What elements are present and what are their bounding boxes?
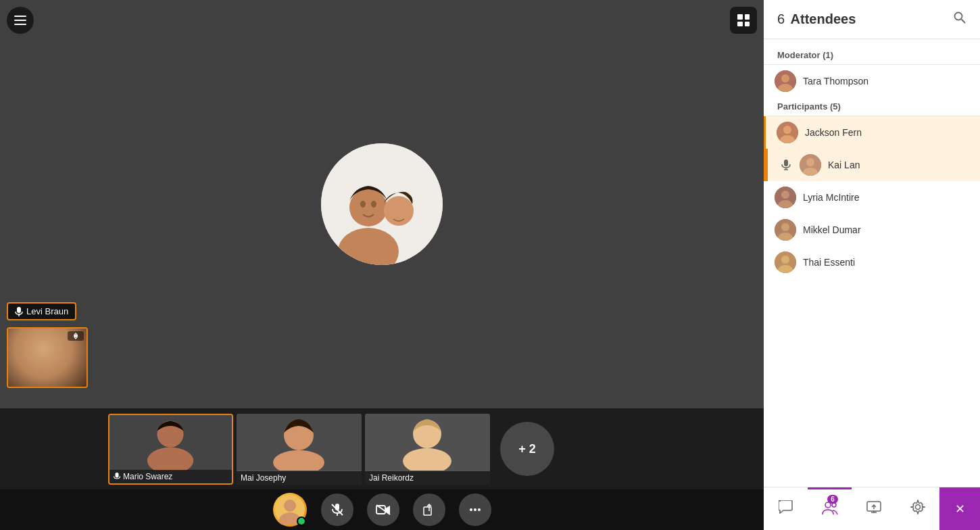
- kai-mic-icon: [781, 160, 791, 170]
- attendee-mikkel[interactable]: Mikkel Dumar: [764, 214, 980, 246]
- svg-rect-28: [424, 507, 431, 515]
- lyria-avatar-image: [775, 187, 796, 208]
- share-button[interactable]: [413, 493, 445, 526]
- hamburger-icon: [14, 16, 26, 25]
- panel-title-area: 6 Attendees: [777, 11, 856, 27]
- eye-icon: [70, 333, 81, 339]
- thai-avatar-image: [775, 251, 796, 273]
- main-speaker-image: [321, 143, 443, 265]
- svg-rect-41: [784, 160, 788, 166]
- thumbnail-jai[interactable]: Jai Reikordz: [365, 414, 490, 485]
- thumbnail-mai[interactable]: Mai Josephy: [237, 414, 362, 485]
- levi-braun-name: Levi Braun: [26, 306, 68, 316]
- camera-button[interactable]: [367, 493, 399, 526]
- jackson-name: Jackson Fern: [805, 127, 969, 138]
- video-area: Levi Braun: [0, 0, 764, 530]
- mute-icon: [330, 503, 344, 516]
- screen-share-nav-item[interactable]: [852, 487, 896, 530]
- thai-name: Thai Essenti: [803, 257, 969, 268]
- attendee-tara[interactable]: Tara Thompson: [764, 65, 980, 97]
- mario-label: Mario Swarez: [109, 470, 232, 483]
- panel-header: 6 Attendees: [764, 0, 980, 39]
- top-bar: [0, 0, 764, 41]
- mai-label: Mai Josephy: [237, 471, 362, 485]
- thai-avatar: [775, 251, 796, 273]
- attendee-count: 6: [777, 11, 785, 26]
- mario-video: [109, 415, 232, 470]
- online-indicator: [297, 516, 306, 526]
- attendees-icon: [822, 502, 838, 519]
- panel-bottom-nav: 6 ✕: [764, 487, 980, 530]
- tara-avatar-image: [775, 70, 796, 92]
- kai-avatar: [800, 154, 821, 176]
- more-options-button[interactable]: [459, 493, 491, 526]
- svg-point-3: [349, 189, 387, 226]
- mute-button[interactable]: [321, 493, 353, 526]
- tara-avatar: [775, 70, 796, 92]
- thumbnail-mario[interactable]: Mario Swarez: [108, 414, 233, 485]
- svg-point-33: [955, 13, 962, 20]
- mikkel-name: Mikkel Dumar: [803, 224, 969, 235]
- menu-button[interactable]: [7, 7, 34, 34]
- levi-braun-label: Levi Braun: [7, 302, 76, 320]
- thumbnail-strip: Mario Swarez Mai Josephy: [0, 408, 764, 489]
- svg-point-32: [478, 508, 481, 511]
- kai-mic-indicator: [779, 158, 793, 172]
- attendee-lyria[interactable]: Lyria McIntire: [764, 181, 980, 214]
- camera-icon: [376, 504, 391, 515]
- svg-point-39: [783, 126, 791, 134]
- svg-point-36: [781, 74, 789, 82]
- chat-nav-item[interactable]: [764, 487, 808, 530]
- jai-video: [365, 414, 490, 471]
- attendees-badge: 6: [827, 495, 838, 504]
- svg-point-9: [74, 335, 77, 337]
- svg-point-48: [781, 191, 789, 199]
- avatar-button[interactable]: [272, 492, 308, 527]
- jai-label: Jai Reikordz: [365, 471, 490, 485]
- grid-view-button[interactable]: [730, 7, 757, 34]
- panel-title: Attendees: [791, 11, 856, 26]
- svg-point-30: [470, 508, 472, 511]
- attendee-list: Moderator (1) Tara Thompson Participants…: [764, 39, 980, 487]
- mario-name: Mario Swarez: [123, 472, 172, 481]
- chat-icon: [779, 500, 793, 517]
- jackson-avatar-image: [777, 122, 798, 143]
- mario-image: [109, 414, 232, 471]
- settings-icon: [910, 500, 925, 518]
- svg-point-31: [474, 508, 476, 511]
- svg-point-51: [781, 223, 789, 231]
- share-screen-icon: [866, 501, 881, 513]
- settings-nav-item[interactable]: [896, 487, 939, 530]
- speaking-indicator: [766, 149, 768, 181]
- main-video: [0, 0, 764, 408]
- attendee-jackson[interactable]: Jackson Fern: [764, 116, 980, 149]
- mic-icon: [114, 473, 120, 481]
- svg-rect-7: [17, 307, 21, 313]
- svg-point-4: [360, 201, 366, 208]
- close-nav-item[interactable]: ✕: [939, 487, 980, 530]
- attendee-kai[interactable]: Kai Lan: [764, 149, 980, 181]
- svg-point-59: [915, 505, 920, 510]
- self-view: [7, 327, 88, 388]
- svg-point-21: [284, 500, 296, 512]
- lyria-avatar: [775, 187, 796, 208]
- more-participants-button[interactable]: + 2: [500, 422, 554, 476]
- microphone-icon: [15, 307, 23, 316]
- right-panel: 6 Attendees Moderator (1) Tara Thompson …: [764, 0, 980, 530]
- participants-section-label: Participants (5): [764, 97, 980, 116]
- jackson-avatar: [777, 122, 798, 143]
- close-icon: ✕: [955, 502, 965, 516]
- svg-line-34: [962, 20, 966, 24]
- search-button[interactable]: [953, 11, 966, 28]
- chat-bubble-icon: [779, 500, 793, 514]
- jai-name: Jai Reikordz: [369, 473, 414, 483]
- moderator-section-label: Moderator (1): [764, 46, 980, 65]
- attendees-nav-item[interactable]: 6: [808, 487, 852, 530]
- mai-image: [237, 414, 362, 471]
- bottom-controls: [0, 489, 764, 530]
- attendee-thai[interactable]: Thai Essenti: [764, 246, 980, 279]
- svg-rect-13: [116, 473, 119, 478]
- jai-image: [365, 414, 490, 471]
- tara-name: Tara Thompson: [803, 76, 969, 87]
- gear-icon: [910, 500, 925, 514]
